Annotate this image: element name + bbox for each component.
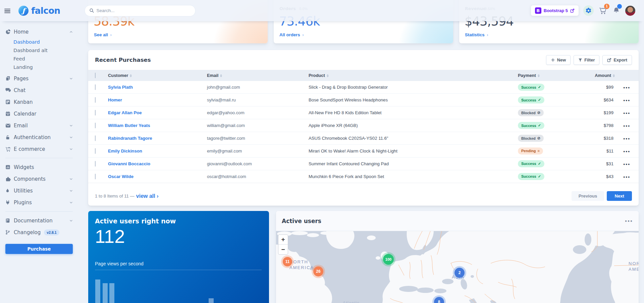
stat-link[interactable]: All orders › [279, 32, 304, 37]
falcon-logo[interactable]: ƒ falcon [18, 6, 60, 16]
sidebar-item-label: Utilities [14, 188, 33, 194]
sidebar-item-documentation[interactable]: Documentation [0, 215, 78, 226]
customer-link[interactable]: Sylvia Plath [108, 85, 133, 90]
row-menu-dots-icon[interactable]: ●●● [623, 112, 630, 115]
row-menu-dots-icon[interactable]: ●●● [623, 150, 630, 153]
map-cluster-marker[interactable]: 2 [454, 268, 465, 278]
map-cluster-marker[interactable]: 11 [283, 257, 292, 266]
sort-icon[interactable] [538, 74, 540, 77]
view-all-link[interactable]: view all › [136, 193, 159, 199]
row-checkbox[interactable] [95, 161, 96, 167]
stat-link[interactable]: Statistics › [465, 32, 488, 37]
bootstrap-version-button[interactable]: B Bootstrap 5 [531, 5, 579, 16]
zoom-out-button[interactable]: − [278, 245, 288, 254]
filter-button[interactable]: Filter [574, 55, 599, 65]
customer-link[interactable]: William Butler Yeats [108, 123, 150, 128]
card-menu-dots-icon[interactable]: ●●● [625, 219, 633, 223]
row-select-cell [88, 81, 107, 94]
customer-link[interactable]: Edgar Allan Poe [108, 110, 142, 115]
sidebar-item-label: Chat [14, 87, 25, 93]
row-checkbox[interactable] [95, 97, 96, 103]
product-cell: All-New Fire HD 8 Kids Edition Tablet [307, 106, 517, 119]
export-button[interactable]: Export [602, 55, 632, 65]
column-header-payment[interactable]: Payment [517, 70, 581, 81]
sort-icon[interactable] [613, 74, 615, 77]
search-input[interactable] [97, 8, 191, 13]
previous-button[interactable]: Previous [572, 191, 604, 201]
sidebar-item-label: Kanban [14, 99, 33, 105]
row-select-cell [88, 157, 107, 170]
sidebar-item-utilities[interactable]: Utilities [0, 185, 78, 197]
column-header-amount[interactable]: Amount [581, 70, 615, 81]
sidebar-item-home[interactable]: Home [0, 26, 78, 38]
map-cluster-marker[interactable]: 26 [313, 266, 323, 276]
customer-link[interactable]: Homer [108, 97, 122, 102]
select-all-cell [88, 70, 107, 81]
zoom-in-button[interactable]: + [278, 235, 288, 245]
next-button[interactable]: Next [607, 191, 632, 201]
row-menu-dots-icon[interactable]: ●●● [623, 124, 630, 128]
row-menu-dots-icon[interactable]: ●●● [623, 137, 630, 140]
column-header-email[interactable]: Email [206, 70, 307, 81]
product-cell: Apple iPhone XR (64GB) [307, 119, 517, 132]
hamburger-menu-icon[interactable] [4, 9, 10, 13]
email-cell: william@gmail.com [206, 119, 307, 132]
customer-link[interactable]: Giovanni Boccaccio [108, 161, 150, 166]
row-menu-dots-icon[interactable]: ●●● [623, 163, 630, 166]
stat-link[interactable]: See all › [94, 32, 112, 37]
payment-status-badge: Blocked ⊘ [518, 109, 544, 116]
active-users-now-card: Active users right now 112 Page views pe… [88, 211, 269, 303]
row-checkbox[interactable] [95, 148, 96, 154]
amount-cell: $199 [581, 106, 615, 119]
customer-cell: Oscar Wilde [107, 170, 206, 183]
product-cell: ASUS Chromebook C202SA-YS02 11.6" [307, 132, 517, 145]
payment-status-badge: Pending ≡ [518, 147, 543, 155]
sidebar-subitem-landing[interactable]: Landing [0, 63, 78, 71]
row-checkbox[interactable] [95, 174, 96, 179]
sidebar-item-changelog[interactable]: Changelogv2.8.1 [0, 226, 78, 238]
sidebar-item-calendar[interactable]: Calendar [0, 108, 78, 120]
sidebar-item-plugins[interactable]: Plugins [0, 197, 78, 208]
row-checkbox[interactable] [95, 135, 96, 141]
customer-link[interactable]: Oscar Wilde [108, 174, 133, 179]
map-zoom-control: + − [278, 234, 288, 255]
row-checkbox[interactable] [95, 123, 96, 128]
sidebar-item-e-commerce[interactable]: E commerce [0, 143, 78, 155]
version-badge: v2.8.1 [44, 229, 59, 235]
user-avatar[interactable] [625, 6, 635, 16]
widgets-icon [5, 165, 14, 170]
sidebar-subitem-feed[interactable]: Feed [0, 54, 78, 63]
notifications-bell-icon[interactable] [612, 6, 621, 16]
customer-cell: William Butler Yeats [107, 119, 206, 132]
sidebar-item-widgets[interactable]: Widgets [0, 161, 78, 173]
sidebar-item-authentication[interactable]: Authentication [0, 131, 78, 143]
table-footer: 1 to 8 Items of 11 — view all › Previous… [88, 186, 639, 206]
sidebar-item-kanban[interactable]: Kanban [0, 96, 78, 108]
sidebar-item-pages[interactable]: Pages [0, 73, 78, 84]
select-all-checkbox[interactable] [95, 73, 96, 78]
customer-link[interactable]: Rabindranath Tagore [108, 136, 152, 141]
sort-icon[interactable] [130, 74, 132, 77]
sidebar-subitem-dashboard[interactable]: Dashboard [0, 38, 78, 46]
sidebar-subitem-dashboard-alt[interactable]: Dashboard alt [0, 46, 78, 54]
settings-gear-icon[interactable] [583, 5, 594, 16]
row-menu-dots-icon[interactable]: ●●● [623, 175, 630, 179]
row-checkbox[interactable] [95, 110, 96, 116]
map-cluster-marker[interactable]: 100 [383, 254, 394, 265]
column-header-product[interactable]: Product [307, 70, 517, 81]
row-checkbox[interactable] [95, 84, 96, 90]
sidebar-item-email[interactable]: Email [0, 120, 78, 131]
sidebar-item-label: Widgets [14, 164, 34, 170]
row-menu-dots-icon[interactable]: ●●● [623, 86, 630, 89]
amount-cell: $43 [581, 170, 615, 183]
new-button[interactable]: New [546, 55, 571, 65]
shopping-cart-icon[interactable]: 1 [598, 6, 607, 16]
sidebar-item-components[interactable]: Components [0, 173, 78, 185]
purchase-button[interactable]: Purchase [5, 244, 73, 254]
customer-link[interactable]: Emily Dickinson [108, 148, 142, 154]
sidebar-item-chat[interactable]: Chat [0, 84, 78, 96]
column-header-customer[interactable]: Customer [107, 70, 206, 81]
sort-icon[interactable] [327, 74, 329, 77]
row-menu-dots-icon[interactable]: ●●● [623, 99, 630, 102]
sort-icon[interactable] [220, 74, 222, 77]
